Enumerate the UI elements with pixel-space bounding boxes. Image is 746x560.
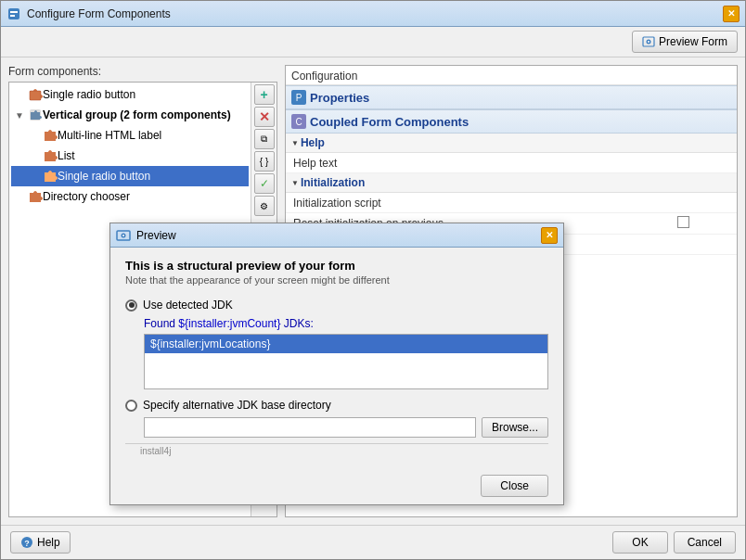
preview-modal: Preview ✕ This is a structural preview o… [109,223,564,505]
modal-close-button[interactable]: ✕ [541,227,558,244]
properties-section: P Properties [286,85,737,109]
coupled-section: C Coupled Form Components [286,109,737,134]
add-button[interactable]: + [254,84,275,105]
properties-icon: P [291,90,306,105]
help-button[interactable]: ? Help [10,531,71,554]
preview-form-label: Preview Form [659,35,727,48]
install4j-label: install4j [125,443,548,456]
help-icon: ? [20,536,33,549]
window-title: Configure Form Components [27,7,723,20]
modal-title-bar: Preview ✕ [110,223,563,248]
puzzle-icon-dir [28,189,43,204]
window-icon [6,6,21,21]
help-text-label: Help text [293,157,729,170]
init-section-label: Initialization [301,176,365,189]
use-detected-radio[interactable] [125,299,137,312]
found-prefix: Found [144,317,178,330]
cancel-button[interactable]: Cancel [674,531,736,554]
svg-rect-1 [10,11,18,13]
tree-item-directory[interactable]: Directory chooser [11,186,249,207]
specify-radio[interactable] [125,400,137,412]
remove-button[interactable]: ✕ [254,107,275,127]
coupled-label: Coupled Form Components [310,115,469,129]
coupled-icon: C [291,114,306,129]
form-components-label: Form components: [8,65,277,78]
svg-point-12 [122,235,124,236]
modal-desc-title: This is a structural preview of your for… [125,259,548,273]
specify-input[interactable] [144,417,476,438]
tree-item-single-radio-2[interactable]: Single radio button [11,166,249,186]
specify-row: Specify alternative JDK base directory [125,399,548,412]
found-count: ${installer:jvmCount} [178,317,280,330]
reset-init-value [637,216,729,231]
help-label: Help [37,536,60,549]
init-collapse-icon: ▼ [291,179,299,187]
modal-close-modal-button[interactable]: Close [481,475,548,497]
puzzle-icon-group [28,108,43,122]
use-detected-label: Use detected JDK [143,299,233,312]
settings-button[interactable]: ⚙ [254,196,275,216]
toolbar: Preview Form [1,27,745,57]
tree-item-label-radio2: Single radio button [58,170,150,183]
tree-item-label-dir: Directory chooser [43,190,130,203]
svg-point-5 [648,41,650,43]
puzzle-icon-1 [28,87,43,102]
jdk-listbox[interactable]: ${installer:jvmLocations} [144,334,548,389]
expand-vertical-group: ▼ [15,110,26,121]
modal-content: This is a structural preview of your for… [110,248,563,467]
tree-item-label-1: Single radio button [43,88,135,101]
bottom-right-buttons: OK Cancel [612,531,736,554]
init-script-row: Initialization script [286,193,737,213]
puzzle-icon-multiline [43,128,58,143]
preview-form-button[interactable]: Preview Form [632,31,738,53]
tree-item-vertical-group[interactable]: ▼ Vertical group (2 form components) [11,105,249,125]
help-section-label: Help [301,136,325,149]
check-button[interactable]: ✓ [254,173,275,194]
specify-input-row: Browse... [125,417,548,438]
window-close-button[interactable]: ✕ [723,6,740,22]
svg-rect-0 [8,8,19,19]
bottom-bar: ? Help OK Cancel [1,525,745,559]
found-label: Found ${installer:jvmCount} JDKs: [125,317,548,330]
reset-init-checkbox[interactable] [677,216,689,228]
init-section-header[interactable]: ▼ Initialization [286,173,737,193]
tree-item-single-radio-1[interactable]: Single radio button [11,84,249,105]
use-detected-row: Use detected JDK [125,299,548,312]
help-section-header[interactable]: ▼ Help [286,134,737,153]
svg-text:?: ? [24,539,30,548]
tree-item-list[interactable]: List [11,146,249,166]
modal-footer: Close [110,467,563,504]
svg-rect-2 [10,15,15,17]
config-label: Configuration [286,66,737,85]
jdk-listbox-item[interactable]: ${installer:jvmLocations} [145,335,547,353]
puzzle-icon-radio2 [43,169,58,184]
copy-button[interactable]: ⧉ [254,129,275,149]
modal-title: Preview [136,229,541,242]
modal-title-icon [116,228,131,243]
init-script-label: Initialization script [293,197,729,210]
help-collapse-icon: ▼ [291,139,299,147]
tree-item-label-group: Vertical group (2 form components) [43,108,231,121]
properties-label: Properties [310,91,369,105]
specify-label: Specify alternative JDK base directory [143,399,331,412]
tree-item-label-multi: Multi-line HTML label [58,129,161,142]
ok-button[interactable]: OK [612,531,667,554]
preview-icon [642,35,655,48]
puzzle-icon-list [43,148,58,163]
modal-desc-sub: Note that the appearance of your screen … [125,274,548,286]
script-button[interactable]: { } [254,151,275,172]
found-suffix: JDKs: [280,317,313,330]
title-bar: Configure Form Components ✕ [1,1,745,27]
tree-item-label-list: List [58,149,75,162]
help-text-row: Help text [286,153,737,173]
browse-button[interactable]: Browse... [482,417,548,438]
tree-item-multi-line[interactable]: Multi-line HTML label [11,125,249,146]
